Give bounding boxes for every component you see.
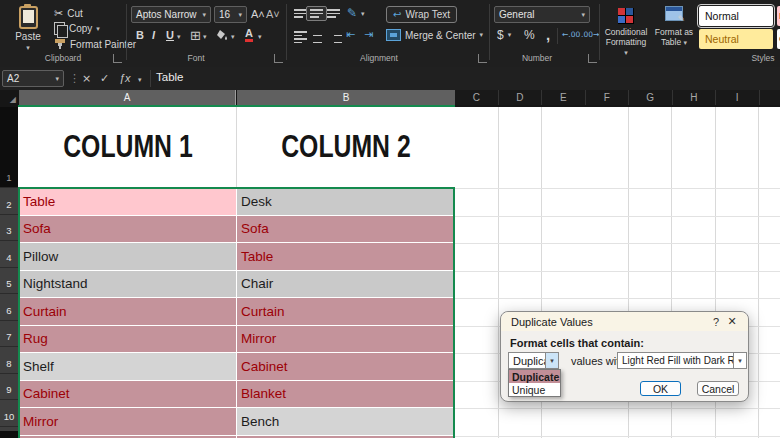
cell-b7[interactable]: Mirror	[237, 326, 454, 353]
row-header-10[interactable]: 10	[0, 400, 18, 427]
cell-b5[interactable]: Chair	[237, 271, 454, 298]
italic-button[interactable]: I	[152, 29, 155, 41]
name-box[interactable]: A2 ▾	[2, 70, 64, 87]
decrease-indent-button[interactable]: ⇤	[346, 28, 355, 41]
orientation-chevron-icon[interactable]: ▾	[361, 10, 365, 18]
row-header-5[interactable]: 5	[0, 268, 18, 295]
conditional-formatting-button[interactable]: Conditional Formatting ▾	[604, 6, 648, 57]
cell-b10[interactable]: Bench	[237, 408, 454, 435]
cell-a2[interactable]: Table	[19, 188, 236, 215]
cell-b9[interactable]: Blanket	[237, 381, 454, 408]
column-header-c[interactable]: C	[455, 90, 499, 105]
dropdown-option-duplicate[interactable]: Duplicate	[509, 370, 560, 383]
cell-a5[interactable]: Nightstand	[19, 271, 236, 298]
cell-a8[interactable]: Shelf	[19, 353, 236, 380]
grow-font-button[interactable]: A˄	[251, 8, 265, 20]
row-header-4[interactable]: 4	[0, 241, 18, 268]
dialog-titlebar[interactable]: Duplicate Values ? ✕	[501, 312, 748, 331]
cancel-entry-button[interactable]: ×	[82, 72, 91, 85]
underline-chevron-icon[interactable]: ▾	[177, 33, 181, 41]
cancel-button[interactable]: Cancel	[697, 381, 739, 396]
alignment-dialog-launcher[interactable]	[478, 54, 487, 63]
dropdown-option-unique[interactable]: Unique	[509, 383, 560, 396]
column-header-e[interactable]: E	[542, 90, 586, 105]
column-header-g[interactable]: G	[629, 90, 673, 105]
cell-a4[interactable]: Pillow	[19, 243, 236, 270]
dialog-help-button[interactable]: ?	[708, 316, 724, 328]
paste-button[interactable]: Paste ▾	[8, 6, 48, 52]
number-dialog-launcher[interactable]	[588, 54, 597, 63]
copy-button[interactable]: Copy ▾	[54, 22, 100, 35]
bold-button[interactable]: B	[136, 29, 144, 41]
cell-b1[interactable]: COLUMN 2	[237, 107, 455, 187]
font-size-combo[interactable]: 16 ▾	[214, 6, 247, 23]
cell-a10[interactable]: Mirror	[19, 408, 236, 435]
percent-style-button[interactable]: %	[524, 28, 535, 42]
number-format-combo[interactable]: General ▾	[494, 6, 590, 23]
shrink-font-button[interactable]: A˅	[266, 8, 280, 20]
borders-chevron-icon[interactable]: ▾	[203, 33, 207, 41]
format-style-combo[interactable]: Light Red Fill with Dark Red Text ▾	[617, 352, 747, 369]
increase-indent-button[interactable]: ⇥	[364, 28, 373, 41]
cell-a9[interactable]: Cabinet	[19, 381, 236, 408]
insert-function-button[interactable]: ƒx	[119, 72, 131, 84]
clipboard-dialog-launcher[interactable]	[113, 54, 122, 63]
column-header-a[interactable]: A	[19, 90, 236, 105]
row-header-2[interactable]: 2	[0, 188, 18, 215]
format-as-table-button[interactable]: Format as Table ▾	[653, 6, 695, 47]
row-header-11-partial[interactable]	[0, 427, 18, 431]
combo-chevron-icon[interactable]: ▾	[733, 353, 746, 368]
borders-button[interactable]: ⊞	[190, 28, 201, 43]
font-dialog-launcher[interactable]	[274, 54, 283, 63]
cell-a6[interactable]: Curtain	[19, 298, 236, 325]
cell-b6[interactable]: Curtain	[237, 298, 454, 325]
row-header-1[interactable]: 1	[0, 107, 18, 188]
column-header-f[interactable]: F	[586, 90, 630, 105]
fill-color-chevron-icon[interactable]: ▾	[231, 33, 235, 41]
underline-button[interactable]: U	[166, 29, 174, 41]
align-right-button[interactable]	[326, 29, 345, 45]
increase-decimal-button[interactable]: ←.00	[562, 30, 580, 39]
column-header-b[interactable]: B	[237, 90, 455, 105]
row-header-6[interactable]: 6	[0, 294, 18, 321]
decrease-decimal-button[interactable]: .00→	[581, 30, 599, 39]
format-painter-button[interactable]: Format Painter	[54, 38, 136, 50]
duplicate-type-combo[interactable]: Duplicate ▾	[508, 352, 559, 369]
orientation-button[interactable]: ✎	[347, 6, 357, 20]
cell-b3[interactable]: Sofa	[237, 216, 454, 243]
row-header-3[interactable]: 3	[0, 215, 18, 242]
column-header-j-partial[interactable]	[760, 90, 780, 105]
row-header-9[interactable]: 9	[0, 374, 18, 401]
ok-button[interactable]: OK	[640, 381, 681, 396]
font-color-button[interactable]: A	[245, 28, 253, 42]
fill-color-button[interactable]	[216, 29, 229, 43]
align-bottom-button[interactable]	[324, 7, 343, 20]
accounting-format-button[interactable]: $ ▾	[497, 28, 511, 42]
dialog-close-button[interactable]: ✕	[724, 315, 740, 328]
combo-chevron-icon[interactable]: ▾	[545, 353, 558, 368]
cut-button[interactable]: ✂ Cut	[54, 7, 83, 20]
column-header-i[interactable]: I	[716, 90, 760, 105]
formula-input[interactable]: Table	[156, 71, 184, 83]
cell-b8[interactable]: Cabinet	[237, 353, 454, 380]
cell-style-neutral[interactable]: Neutral	[699, 29, 773, 49]
cell-a1[interactable]: COLUMN 1	[19, 107, 236, 187]
font-name-combo[interactable]: Aptos Narrow ▾	[131, 6, 211, 23]
column-header-h[interactable]: H	[673, 90, 717, 105]
wrap-text-button[interactable]: ↩ Wrap Text	[386, 6, 457, 23]
align-center-button[interactable]	[308, 29, 327, 45]
row-header-7[interactable]: 7	[0, 321, 18, 348]
column-header-d[interactable]: D	[499, 90, 543, 105]
cell-style-normal[interactable]: Normal	[699, 6, 773, 26]
font-color-chevron-icon[interactable]: ▾	[258, 33, 262, 41]
confirm-entry-button[interactable]: ✓	[100, 72, 109, 85]
formula-bar-chevron-icon[interactable]: ▾	[138, 76, 142, 84]
select-all-button[interactable]: ◢	[0, 90, 18, 105]
cell-a7[interactable]: Rug	[19, 326, 236, 353]
cell-b2[interactable]: Desk	[237, 188, 454, 215]
cell-a3[interactable]: Sofa	[19, 216, 236, 243]
comma-style-button[interactable]: ,	[546, 26, 550, 43]
merge-center-button[interactable]: Merge & Center ▾	[386, 29, 483, 41]
row-header-8[interactable]: 8	[0, 347, 18, 374]
cell-b4[interactable]: Table	[237, 243, 454, 270]
